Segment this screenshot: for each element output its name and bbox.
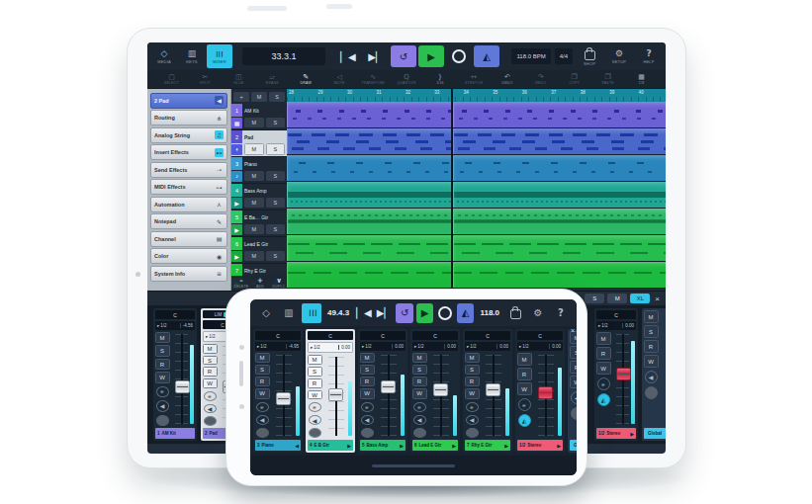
read-automation-button[interactable]: R: [644, 340, 659, 353]
edit-channel-button[interactable]: e: [466, 402, 479, 412]
help-button[interactable]: ? HELP: [636, 44, 662, 68]
read-automation-button[interactable]: R: [412, 377, 427, 386]
inspector-item[interactable]: Send Effects ⊸: [150, 162, 227, 178]
mixer-size-medium-button[interactable]: M: [607, 294, 627, 303]
track-mute-button[interactable]: M: [244, 198, 264, 208]
close-mixer-icon[interactable]: ×: [571, 327, 575, 334]
cycle-button[interactable]: ↺: [391, 45, 416, 67]
tool-button[interactable]: ▢ SELECT: [155, 74, 188, 85]
tool-button[interactable]: ✎ DRAW: [290, 74, 322, 85]
track-lane[interactable]: [287, 182, 666, 209]
monitor-button[interactable]: ◀: [571, 391, 578, 404]
audio-region[interactable]: [287, 182, 452, 208]
record-enable-button[interactable]: [571, 407, 578, 420]
track-lane[interactable]: [287, 209, 666, 235]
monitor-button[interactable]: ◀: [309, 415, 321, 425]
edit-channel-button[interactable]: e: [309, 402, 321, 412]
tool-button[interactable]: ↶ UNDO: [491, 74, 523, 85]
read-automation-button[interactable]: R: [596, 347, 611, 360]
inspector-item[interactable]: System Info ≡: [150, 266, 227, 282]
track-row[interactable]: 3 Piano ♪ M S: [231, 157, 287, 184]
inspector-item[interactable]: Color ◉: [150, 248, 227, 264]
audio-region[interactable]: [287, 102, 452, 127]
track-mute-button[interactable]: M: [244, 251, 264, 261]
metronome-button[interactable]: ◭: [474, 45, 499, 67]
record-enable-button[interactable]: [361, 428, 374, 438]
pan-control[interactable]: C: [465, 331, 510, 340]
tempo-display[interactable]: 118.0: [480, 308, 499, 317]
track-solo-button[interactable]: S: [266, 171, 286, 181]
write-automation-button[interactable]: W: [360, 388, 375, 398]
monitor-button[interactable]: ◀: [156, 400, 169, 411]
write-automation-button[interactable]: W: [465, 388, 480, 398]
volume-fader[interactable]: [433, 383, 448, 396]
tool-button[interactable]: } 1/16: [424, 74, 457, 85]
routing-row[interactable]: ▸ 1/2 0.00: [465, 342, 510, 351]
song-position-display[interactable]: 49.4.3: [327, 308, 349, 317]
channel-label[interactable]: 4 E B Gtr ▶: [308, 440, 353, 451]
pan-control[interactable]: C: [308, 331, 353, 340]
edit-channel-button[interactable]: e: [361, 402, 374, 412]
tool-button[interactable]: ▦ 1/8: [625, 74, 658, 85]
record-enable-button[interactable]: [413, 428, 426, 438]
track-solo-button[interactable]: S: [266, 143, 286, 155]
solo-button[interactable]: S: [360, 365, 375, 375]
mixer-size-small-button[interactable]: S: [585, 294, 604, 303]
mixer-button[interactable]: ☰: [302, 303, 321, 323]
edit-channel-button[interactable]: e: [597, 378, 610, 390]
routing-row[interactable]: ▸ 1/2 0.00: [517, 342, 563, 351]
read-automation-button[interactable]: R: [308, 378, 322, 388]
channel-label[interactable]: Global: [570, 440, 577, 451]
write-automation-button[interactable]: W: [570, 376, 578, 388]
track-row[interactable]: 1 AM Kit ▦ M S: [231, 104, 287, 130]
solo-button[interactable]: S: [465, 365, 480, 375]
pan-control[interactable]: C: [596, 310, 636, 319]
inspector-item[interactable]: Insert Effects ⊷: [150, 144, 227, 160]
track-action-button[interactable]: + ADD: [251, 278, 269, 289]
track-lane[interactable]: [287, 128, 666, 155]
cycle-button[interactable]: ↺: [396, 303, 413, 323]
tool-button[interactable]: ▱ ERASE: [256, 74, 289, 85]
global-solo-button[interactable]: S: [269, 92, 285, 102]
track-mute-button[interactable]: M: [244, 143, 264, 155]
monitor-button[interactable]: ◀: [413, 415, 426, 425]
go-to-start-button[interactable]: ▏◀: [335, 45, 361, 67]
channel-label[interactable]: 1 AM Kit: [155, 428, 195, 439]
play-button[interactable]: ▶: [416, 303, 434, 323]
write-automation-button[interactable]: W: [412, 388, 427, 398]
routing-row[interactable]: ▸ 1/2 0.00: [308, 342, 353, 353]
channel-label[interactable]: 5 Bass Amp ▶: [360, 440, 406, 451]
record-button[interactable]: [436, 303, 454, 323]
audio-region[interactable]: [453, 128, 666, 154]
audio-region[interactable]: [453, 155, 666, 181]
read-automation-button[interactable]: R: [570, 361, 578, 374]
monitor-button[interactable]: ◀: [466, 415, 479, 425]
write-automation-button[interactable]: W: [644, 355, 659, 368]
help-button[interactable]: ?: [551, 303, 571, 323]
volume-fader[interactable]: [538, 386, 553, 399]
read-automation-button[interactable]: R: [203, 367, 218, 377]
mute-button[interactable]: M: [596, 332, 611, 345]
monitor-button[interactable]: ◀: [204, 404, 217, 414]
audio-region[interactable]: [287, 235, 452, 261]
channel-label[interactable]: 6 Lead E Gtr ▶: [412, 440, 458, 451]
tool-button[interactable]: ◁ MUTE: [323, 74, 356, 85]
edit-channel-button[interactable]: e: [518, 398, 531, 411]
track-solo-button[interactable]: S: [266, 251, 286, 261]
channel-label[interactable]: 1/2 Stereo ▶: [596, 428, 636, 439]
track-action-button[interactable]: ∨ DUPLC: [270, 278, 288, 289]
tempo-display[interactable]: 118.0 BPM: [511, 48, 550, 64]
audio-region[interactable]: [287, 262, 452, 288]
write-automation-button[interactable]: W: [155, 372, 170, 382]
solo-button[interactable]: S: [644, 325, 659, 338]
volume-fader[interactable]: [276, 392, 291, 405]
pan-control[interactable]: C: [255, 331, 301, 340]
mute-button[interactable]: M: [308, 355, 322, 365]
channel-label[interactable]: 7 Rhy E Gtr ▶: [465, 440, 510, 451]
edit-channel-button[interactable]: e: [413, 402, 426, 412]
home-indicator[interactable]: [372, 464, 455, 467]
shop-button[interactable]: SHOP: [577, 44, 602, 68]
volume-fader[interactable]: [381, 380, 396, 393]
solo-button[interactable]: S: [203, 356, 218, 366]
arrangement-area[interactable]: 28293031323334353637383940: [287, 89, 666, 291]
